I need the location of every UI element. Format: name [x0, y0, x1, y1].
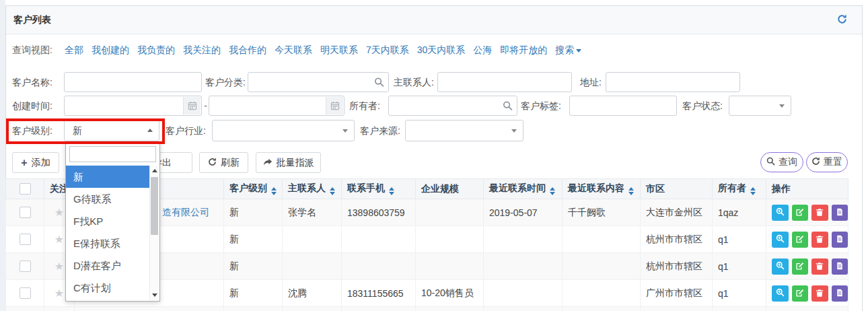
view-contact-today[interactable]: 今天联系 [275, 44, 312, 57]
document-button[interactable] [832, 258, 848, 275]
document-button[interactable] [832, 205, 848, 221]
query-button-label: 查询 [779, 156, 797, 168]
dropdown-scrollbar[interactable] [149, 166, 159, 300]
customer-tag-field [569, 96, 677, 116]
last-time-cell [484, 280, 563, 307]
row-checkbox[interactable] [20, 207, 31, 218]
customer-level-label: 客户级别: [12, 120, 52, 141]
view-opening-soon[interactable]: 即将开放的 [500, 44, 547, 57]
row-checkbox[interactable] [20, 234, 31, 245]
view-owned-by-me[interactable]: 我负责的 [137, 44, 175, 57]
customer-category-input[interactable] [248, 73, 388, 92]
mobile-header[interactable]: 联系手机 [342, 179, 416, 199]
customer-status-select[interactable] [729, 96, 791, 116]
view-public-sea[interactable]: 公海 [473, 44, 492, 57]
view-contact-7days[interactable]: 7天内联系 [366, 44, 409, 57]
created-time-end-input[interactable] [209, 96, 344, 115]
view-followed-by-me[interactable]: 我关注的 [183, 44, 221, 57]
view-contact-30days[interactable]: 30天内联系 [417, 44, 466, 57]
delete-button[interactable] [811, 258, 828, 275]
refresh-button[interactable]: 刷新 [199, 152, 248, 173]
delete-button[interactable] [811, 232, 828, 248]
last-content-header[interactable]: 最近联系内容 [563, 179, 641, 199]
document-button[interactable] [832, 285, 848, 302]
dropdown-option[interactable]: D潜在客户 [66, 254, 150, 277]
query-view-row: 查询视图: 全部 我创建的 我负责的 我关注的 我合作的 今天联系 明天联系 7… [12, 40, 589, 61]
zoom-in-icon [776, 234, 785, 245]
search-menu[interactable]: 搜索 [555, 44, 581, 57]
chevron-down-icon [342, 129, 348, 133]
edit-button[interactable] [792, 232, 809, 248]
star-icon[interactable]: ★ [55, 287, 64, 299]
view-detail-button[interactable] [772, 258, 789, 275]
last-content-cell [563, 280, 641, 307]
chevron-down-icon [779, 104, 785, 108]
star-icon[interactable]: ★ [55, 207, 64, 218]
scrollbar-thumb[interactable] [151, 177, 158, 235]
level-cell: 新 [224, 280, 283, 307]
refresh-icon [837, 14, 847, 26]
star-icon[interactable]: ★ [55, 261, 64, 272]
dropdown-option[interactable]: G待联系 [66, 188, 150, 210]
dropdown-option[interactable]: F找KP [66, 210, 150, 232]
edit-button[interactable] [792, 285, 809, 302]
customer-industry-select[interactable] [212, 120, 355, 141]
trash-icon [816, 288, 824, 299]
contact-cell: 沈腾 [283, 280, 342, 307]
customer-level-select[interactable]: 新 [64, 120, 159, 141]
dropdown-option[interactable]: 新 [66, 166, 150, 188]
scroll-down-arrow-icon[interactable] [150, 290, 159, 300]
panel-refresh-button[interactable] [837, 14, 847, 26]
primary-contact-input[interactable] [438, 73, 571, 92]
owner-header[interactable]: 所有者 [713, 179, 766, 199]
row-checkbox[interactable] [20, 287, 31, 299]
created-time-start-input[interactable] [65, 96, 201, 115]
scroll-up-arrow-icon[interactable] [150, 166, 159, 176]
contact-cell [283, 253, 342, 280]
document-button[interactable] [832, 232, 848, 248]
customer-tag-input[interactable] [570, 96, 676, 115]
view-detail-button[interactable] [772, 285, 789, 302]
customer-name-input[interactable] [65, 73, 201, 92]
dropdown-option[interactable]: C有计划 [66, 277, 150, 299]
reset-button[interactable]: 重置 [806, 152, 848, 172]
select-all-checkbox[interactable] [20, 183, 31, 195]
last-time-cell: 2019-05-07 [484, 199, 563, 226]
owner-cell: 1qaz [713, 199, 766, 226]
batch-assign-button[interactable]: 批量指派 [256, 152, 321, 173]
view-all[interactable]: 全部 [65, 44, 83, 57]
zoom-in-icon [776, 207, 785, 218]
dropdown-option[interactable]: E保持联系 [66, 232, 150, 254]
edit-button[interactable] [792, 258, 809, 275]
view-detail-button[interactable] [772, 205, 789, 221]
query-button[interactable]: 查询 [760, 152, 803, 172]
scale-cell [416, 226, 484, 253]
last-time-header[interactable]: 最近联系时间 [484, 179, 563, 199]
view-contact-tomorrow[interactable]: 明天联系 [320, 44, 358, 57]
customer-source-select[interactable] [405, 120, 523, 141]
view-cooperated[interactable]: 我合作的 [229, 44, 266, 57]
view-detail-button[interactable] [772, 232, 789, 248]
trash-icon [816, 207, 824, 218]
owner-input[interactable] [389, 96, 517, 115]
calendar-icon[interactable] [326, 97, 343, 114]
edit-button[interactable] [792, 205, 809, 221]
dropdown-search-input[interactable] [70, 147, 155, 162]
delete-button[interactable] [811, 205, 828, 221]
address-input[interactable] [606, 73, 739, 92]
sort-icon [389, 187, 394, 195]
contact-header[interactable]: 主联系人 [283, 179, 342, 199]
star-icon[interactable]: ★ [55, 234, 64, 245]
level-header[interactable]: 客户级别 [224, 179, 283, 199]
select-all-header [6, 179, 44, 199]
file-icon [836, 261, 844, 272]
district-cell: 大连市金州区 [641, 199, 713, 226]
row-checkbox[interactable] [20, 261, 31, 272]
calendar-icon[interactable] [183, 97, 201, 114]
view-created-by-me[interactable]: 我创建的 [92, 44, 129, 57]
customer-name-link[interactable]: 造有限公司 [162, 207, 209, 217]
owner-label: 所有者: [349, 96, 380, 116]
add-button[interactable]: + 添加 [12, 152, 59, 173]
delete-button[interactable] [811, 285, 828, 302]
edit-icon [796, 261, 804, 272]
